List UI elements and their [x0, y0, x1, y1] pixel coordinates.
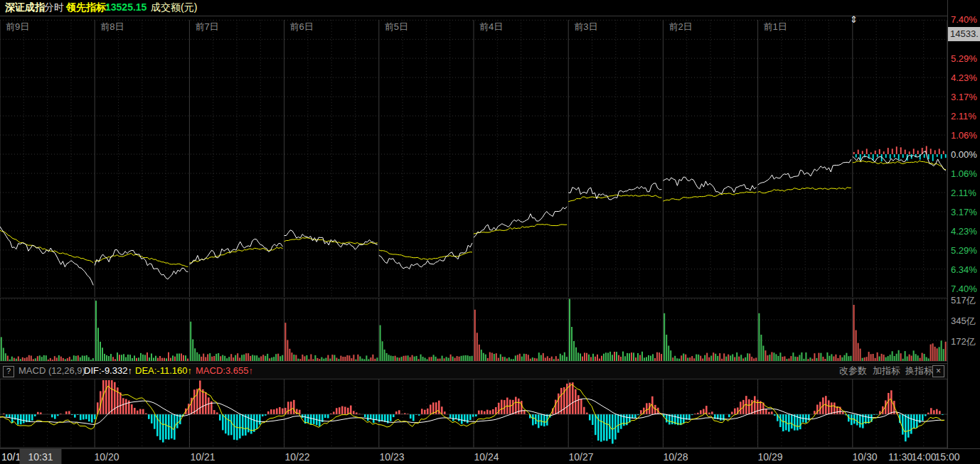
close-icon[interactable]: ×: [932, 365, 944, 377]
time-axis-label: 10/23: [379, 451, 404, 463]
time-axis-label: 10/29: [757, 451, 782, 463]
volume-axis-label: 172亿: [951, 335, 976, 348]
time-axis-label: 10/30: [852, 451, 877, 463]
percent-axis-label: 6.34%: [951, 264, 977, 275]
leading-indicator-value: 13525.15: [105, 0, 147, 15]
day-label-4: 前4日: [479, 21, 503, 33]
day-label-9: 前9日: [6, 21, 29, 33]
change-params-button[interactable]: 改参数: [839, 364, 867, 378]
percent-axis-label: 1.06%: [951, 168, 977, 179]
crosshair-price-tag: 14533.: [948, 27, 980, 41]
right-axis: 14533. 7.40%5.29%4.23%3.17%2.11%1.06%0.0…: [947, 0, 980, 448]
percent-axis-label: 5.29%: [951, 245, 977, 256]
percent-axis-label: 4.23%: [951, 72, 977, 83]
day-label-8: 前8日: [100, 21, 124, 33]
time-axis-label: 10/27: [568, 451, 593, 463]
time-axis-label: 11:30: [888, 451, 912, 463]
help-icon[interactable]: ?: [3, 366, 14, 377]
macd-dif-value: DIF:-9.332↑: [84, 364, 132, 378]
volume-chart[interactable]: [0, 298, 947, 363]
main-price-chart[interactable]: [0, 16, 947, 298]
macd-chart[interactable]: [0, 378, 947, 448]
percent-axis-label: 0.00%: [951, 149, 977, 160]
drag-handle-icon[interactable]: ⇕: [850, 14, 857, 26]
time-axis-label: 10/28: [663, 451, 688, 463]
stock-app-window: 深证成指 分时 领先指标: 13525.15 成交额(元) 前9日前8日前7日前…: [0, 0, 980, 464]
turnover-label: 成交额(元): [151, 0, 197, 15]
percent-axis-label: 3.17%: [951, 207, 977, 217]
percent-axis-label: 7.40%: [951, 14, 977, 25]
time-axis-label: 10/20: [94, 451, 119, 463]
volume-axis-label: 517亿: [951, 294, 976, 307]
percent-axis-label: 5.29%: [951, 53, 977, 64]
percent-axis-label: 7.40%: [951, 284, 977, 294]
macd-params-label[interactable]: MACD (12,26,9): [18, 364, 85, 378]
time-axis: 10/1710:3110/2010/2110/2210/2310/2410/27…: [0, 448, 980, 464]
percent-axis-label: 3.17%: [951, 92, 977, 102]
day-label-1: 前1日: [764, 21, 787, 33]
macd-toolbar: ? MACD (12,26,9) DIF:-9.332↑ DEA:-11.160…: [0, 363, 947, 379]
index-name[interactable]: 深证成指: [5, 0, 45, 15]
add-indicator-button[interactable]: 加指标: [873, 364, 900, 378]
day-label-7: 前7日: [195, 21, 218, 33]
percent-axis-label: 2.11%: [951, 111, 976, 122]
day-label-6: 前6日: [290, 21, 314, 33]
volume-axis-label: 345亿: [951, 315, 976, 328]
percent-axis-label: 2.11%: [951, 188, 976, 198]
day-label-2: 前2日: [669, 21, 692, 33]
time-axis-label: 15:00: [934, 451, 959, 463]
macd-hist-value: MACD:3.655↑: [196, 364, 253, 378]
time-axis-label: 10/24: [474, 451, 499, 463]
percent-axis-label: 1.06%: [951, 130, 977, 141]
switch-indicator-button[interactable]: 换指标: [905, 364, 933, 378]
time-axis-label: 10/21: [190, 451, 215, 463]
day-label-3: 前3日: [574, 21, 597, 33]
day-label-5: 前5日: [385, 21, 408, 33]
time-axis-label: 14:00: [911, 451, 936, 463]
chart-mode-label[interactable]: 分时: [44, 0, 64, 15]
crosshair-time-tag: 10:31: [19, 449, 61, 464]
chart-header: 深证成指 分时 领先指标: 13525.15 成交额(元): [0, 0, 980, 16]
time-axis-label: 10/22: [284, 451, 309, 463]
leading-indicator-label: 领先指标:: [66, 0, 110, 15]
percent-axis-label: 4.23%: [951, 226, 977, 237]
macd-dea-value: DEA:-11.160↑: [135, 364, 192, 378]
